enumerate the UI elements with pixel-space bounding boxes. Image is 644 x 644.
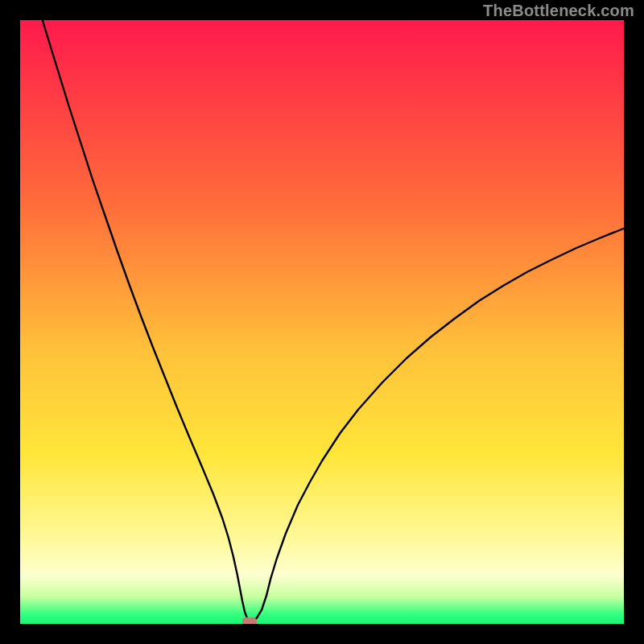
optimal-point-marker [242,617,257,624]
chart-frame: TheBottleneck.com [0,0,644,644]
gradient-background [20,20,624,624]
watermark-text: TheBottleneck.com [483,2,634,20]
bottleneck-chart [20,20,624,624]
